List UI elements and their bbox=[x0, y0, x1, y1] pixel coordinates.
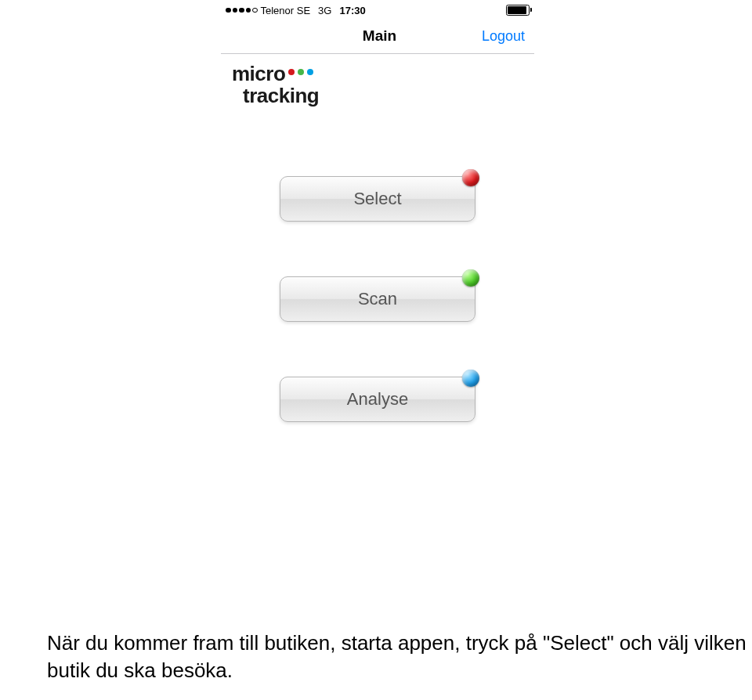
page-title: Main bbox=[363, 27, 396, 45]
logo-text-line2: tracking bbox=[232, 85, 534, 106]
select-button-label: Select bbox=[353, 189, 401, 209]
green-dot-icon bbox=[462, 269, 479, 287]
app-logo: micro tracking bbox=[221, 54, 534, 106]
clock: 17:30 bbox=[339, 5, 365, 16]
logout-button[interactable]: Logout bbox=[482, 28, 525, 45]
logo-dots-icon bbox=[288, 69, 313, 75]
analyse-button[interactable]: Analyse bbox=[280, 377, 475, 422]
carrier-label: Telenor SE bbox=[261, 5, 311, 16]
network-type: 3G bbox=[318, 5, 331, 16]
status-bar: Telenor SE 3G 17:30 bbox=[221, 0, 534, 19]
signal-strength-icon bbox=[226, 8, 258, 13]
select-button[interactable]: Select bbox=[280, 176, 475, 222]
battery-icon bbox=[506, 5, 530, 16]
red-dot-icon bbox=[462, 169, 479, 186]
analyse-button-label: Analyse bbox=[347, 389, 408, 410]
navigation-bar: Main Logout bbox=[221, 19, 534, 54]
phone-screenshot: Telenor SE 3G 17:30 Main Logout micro tr… bbox=[221, 0, 534, 422]
logo-text-line1: micro bbox=[232, 63, 285, 84]
blue-dot-icon bbox=[462, 370, 479, 387]
scan-button[interactable]: Scan bbox=[280, 276, 475, 322]
instruction-text: När du kommer fram till butiken, starta … bbox=[47, 630, 752, 684]
scan-button-label: Scan bbox=[358, 289, 397, 309]
main-buttons: Select Scan Analyse bbox=[221, 106, 534, 422]
